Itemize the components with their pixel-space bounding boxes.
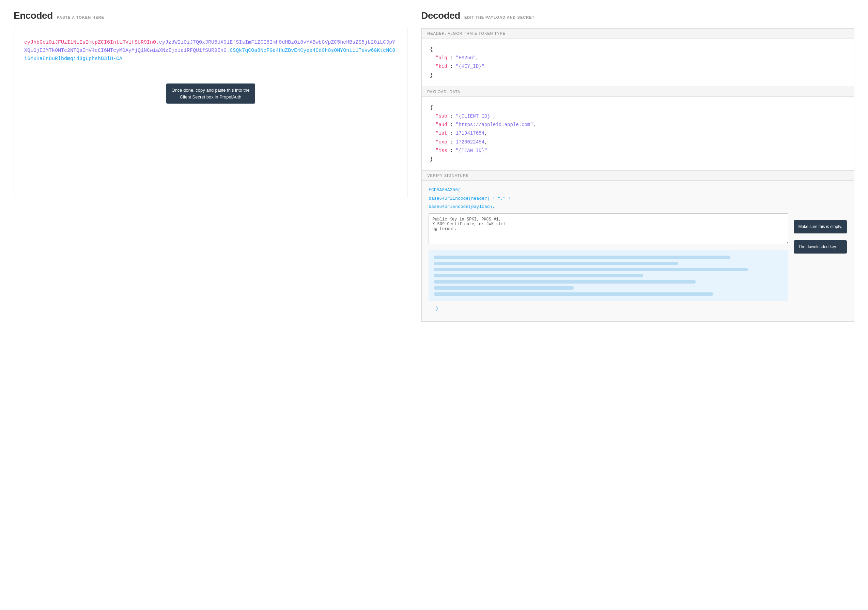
key-line-6 <box>434 286 574 290</box>
verify-label-text: VERIFY SIGNATURE <box>427 174 469 177</box>
verify-content: ECDSASHA256( base64UrlEncode(header) + "… <box>422 181 854 321</box>
decoded-panel: Decoded EDIT THE PAYLOAD AND SECRET HEAD… <box>421 10 854 600</box>
encoded-title: Encoded <box>14 10 53 21</box>
payload-json: { "sub": "{CLIENT ID}", "aud": "https://… <box>430 104 846 164</box>
key-line-5 <box>434 280 695 284</box>
key-line-3 <box>434 268 748 271</box>
token-dot2: . <box>226 48 229 53</box>
key-line-2 <box>434 262 678 265</box>
tooltip-empty: Make sure this is empty. <box>794 220 847 233</box>
header-json: { "alg": "ES256", "kid": "{KEY_ID}" } <box>430 45 846 80</box>
secret-input[interactable]: Public Key in SPKI, PKCS #1, X.509 Certi… <box>429 213 788 244</box>
token-text: eyJhbGciOiJFUzI1NiIsImtpZCI6IntLRVlfSUR9… <box>24 39 397 63</box>
payload-label: PAYLOAD: DATA <box>422 87 854 97</box>
encoded-panel: Encoded PASTE A TOKEN HERE eyJhbGciOiJFU… <box>14 10 408 600</box>
payload-content[interactable]: { "sub": "{CLIENT ID}", "aud": "https://… <box>422 97 854 171</box>
header-content[interactable]: { "alg": "ES256", "kid": "{KEY_ID}" } <box>422 39 854 87</box>
header-label: HEADER: ALGORITHM & TOKEN TYPE <box>422 29 854 39</box>
verify-left: ECDSASHA256( base64UrlEncode(header) + "… <box>429 186 788 301</box>
verify-func: ECDSASHA256( <box>429 186 788 195</box>
decoded-subtitle: EDIT THE PAYLOAD AND SECRET <box>464 16 535 19</box>
decoded-wrapper: HEADER: ALGORITHM & TOKEN TYPE { "alg": … <box>421 28 854 322</box>
token-part1: eyJhbGciOiJFUzI1NiIsImtpZCI6IntLRVlfSUR9… <box>24 40 156 45</box>
key-preview <box>429 250 788 301</box>
decoded-header: Decoded EDIT THE PAYLOAD AND SECRET <box>421 10 854 21</box>
token-dot1: . <box>156 40 159 45</box>
copy-paste-tooltip: Once done, copy and paste this into theC… <box>166 84 255 104</box>
key-line-7 <box>434 292 713 296</box>
verify-line1-text: base64UrlEncode(header) + "." + <box>429 196 511 201</box>
verify-func-text: ECDSASHA256( <box>429 188 460 192</box>
verify-right: Make sure this is empty. The downloaded … <box>794 186 847 253</box>
main-layout: Encoded PASTE A TOKEN HERE eyJhbGciOiJFU… <box>0 0 868 610</box>
key-line-1 <box>434 256 730 259</box>
key-line-4 <box>434 274 643 278</box>
header-section: HEADER: ALGORITHM & TOKEN TYPE { "alg": … <box>422 28 854 87</box>
header-sublabel-text: ALGORITHM & TOKEN TYPE <box>448 31 505 36</box>
verify-line2: base64UrlEncode(payload), <box>429 203 788 211</box>
payload-section: PAYLOAD: DATA { "sub": "{CLIENT ID}", "a… <box>422 87 854 171</box>
payload-label-text: PAYLOAD: <box>427 90 448 94</box>
encoded-header: Encoded PASTE A TOKEN HERE <box>14 10 408 21</box>
verify-line2-text: base64UrlEncode(payload), <box>429 204 495 209</box>
header-label-text: HEADER: <box>427 31 446 36</box>
verify-section: VERIFY SIGNATURE ECDSASHA256( base64UrlE… <box>422 171 854 321</box>
verify-line1: base64UrlEncode(header) + "." + <box>429 195 788 203</box>
encoded-subtitle: PASTE A TOKEN HERE <box>57 16 104 19</box>
encoded-box[interactable]: eyJhbGciOiJFUzI1NiIsImtpZCI6IntLRVlfSUR9… <box>14 28 408 198</box>
verify-label: VERIFY SIGNATURE <box>422 171 854 181</box>
tooltip-key: The downloaded key. <box>794 240 847 253</box>
verify-row: ECDSASHA256( base64UrlEncode(header) + "… <box>429 186 847 301</box>
payload-sublabel-text: DATA <box>450 90 460 94</box>
closing-paren: ) <box>429 301 847 316</box>
secret-input-wrapper[interactable]: Public Key in SPKI, PKCS #1, X.509 Certi… <box>429 213 788 247</box>
decoded-title: Decoded <box>421 10 460 21</box>
